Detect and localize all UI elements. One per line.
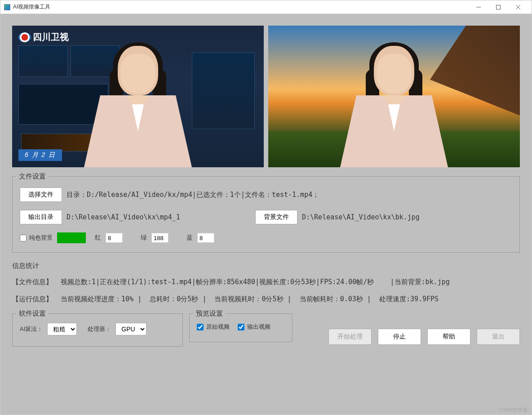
solid-bg-checkbox-wrap[interactable]: 纯色背景 [20, 234, 53, 242]
station-logo-text: 四川卫视 [33, 31, 69, 43]
close-icon [516, 5, 520, 9]
orig-video-checkbox-wrap[interactable]: 原始视频 [197, 323, 230, 331]
stats-section: 信息统计 【文件信息】 视频总数:1|正在处理(1/1):test-1.mp4|… [12, 262, 520, 304]
titlebar: AI视频抠像工具 [0, 0, 532, 14]
output-video-preview [268, 26, 520, 167]
action-buttons: 开始处理 停止 帮助 退出 [328, 313, 520, 345]
solid-bg-checkbox[interactable] [20, 235, 27, 241]
output-dir-button[interactable]: 输出目录 [20, 210, 62, 224]
g-input[interactable] [151, 233, 168, 243]
orig-video-label: 原始视频 [206, 323, 230, 331]
out-video-checkbox[interactable] [238, 324, 244, 330]
maximize-button[interactable] [488, 1, 508, 13]
solid-bg-label: 纯色背景 [29, 234, 53, 242]
bg-file-button[interactable]: 背景文件 [255, 210, 297, 224]
anchor-figure-output [336, 37, 452, 167]
bg-file-text: D:\Release\AI_Video\kx\bk.jpg [302, 213, 420, 221]
app-window: AI视频抠像工具 [0, 0, 532, 415]
r-label: 红 [95, 234, 101, 242]
preview-row: 四川卫视 6 月 2 日 [12, 26, 520, 167]
algo-select[interactable]: 粗糙 [47, 323, 77, 335]
run-info-line: 【运行信息】 当前视频处理进度：10% | 总耗时：0分5秒 | 当前视频耗时：… [12, 294, 520, 304]
exit-button[interactable]: 退出 [477, 329, 520, 345]
original-video-preview: 四川卫视 6 月 2 日 [12, 26, 264, 167]
color-swatch[interactable] [57, 232, 86, 243]
maximize-icon [496, 5, 501, 9]
date-bar: 6 月 2 日 [18, 149, 62, 161]
preview-settings-title: 预览设置 [193, 309, 226, 318]
file-info-line: 【文件信息】 视频总数:1|正在处理(1/1):test-1.mp4|帧分辨率:… [12, 277, 520, 287]
out-video-checkbox-wrap[interactable]: 输出视频 [238, 323, 270, 331]
orig-video-checkbox[interactable] [197, 324, 204, 330]
start-button[interactable]: 开始处理 [328, 329, 372, 345]
file-info-text: 目录：D:/Release/AI_Video/kx/mp4|已选文件：1个|文件… [66, 191, 319, 199]
stats-title: 信息统计 [12, 262, 520, 270]
stop-button[interactable]: 停止 [378, 329, 421, 345]
file-settings-group: 文件设置 选择文件 目录：D:/Release/AI_Video/kx/mp4|… [12, 176, 520, 253]
proc-label: 处理器： [88, 325, 111, 333]
output-dir-text: D:\Release\AI_Video\kx\mp4_1 [66, 213, 237, 221]
anchor-figure [80, 37, 196, 167]
app-icon [4, 4, 10, 10]
algo-label: AI算法： [20, 325, 43, 333]
watermark: CSDN@李健 [499, 406, 528, 413]
proc-select[interactable]: GPU [115, 323, 146, 335]
logo-eye-icon [18, 32, 31, 42]
g-label: 绿 [141, 234, 147, 242]
r-input[interactable] [106, 233, 123, 243]
station-logo: 四川卫视 [18, 31, 69, 43]
software-settings-title: 软件设置 [16, 309, 49, 318]
b-label: 蓝 [186, 234, 193, 242]
out-video-label: 输出视频 [247, 323, 270, 331]
file-settings-title: 文件设置 [16, 172, 49, 181]
b-input[interactable] [197, 233, 214, 243]
minimize-icon [476, 5, 481, 9]
select-file-button[interactable]: 选择文件 [20, 187, 62, 202]
preview-settings-group: 预览设置 原始视频 输出视频 [189, 313, 293, 342]
svg-rect-1 [497, 5, 501, 9]
minimize-button[interactable] [469, 1, 488, 13]
window-title: AI视频抠像工具 [13, 3, 50, 11]
software-settings-group: 软件设置 AI算法： 粗糙 处理器： GPU [12, 313, 183, 347]
help-button[interactable]: 帮助 [427, 329, 470, 345]
close-button[interactable] [508, 1, 528, 13]
